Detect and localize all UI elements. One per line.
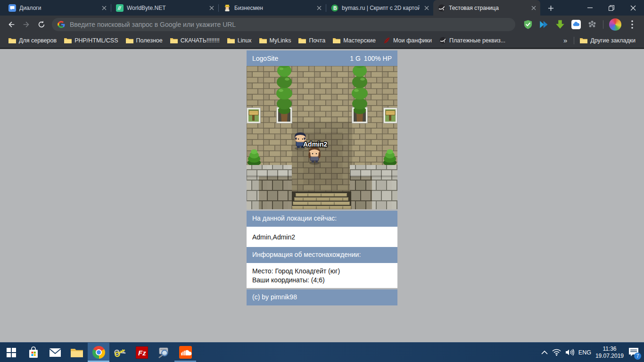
chrome-icon	[92, 346, 105, 359]
tab-dialogs[interactable]: Диалоги	[4, 0, 111, 16]
start-button[interactable]	[0, 343, 23, 362]
tab-close-icon[interactable]	[100, 4, 108, 12]
bookmarks-bar: Для серверов PHP/HTML/CSS Полезное СКАЧА…	[0, 33, 644, 48]
bookmark-folder-mylinks[interactable]: MyLinks	[256, 36, 295, 45]
browser-tab-strip: Диалоги // WorldByte.NET Бизнесмен B bym…	[0, 0, 644, 16]
bymas-favicon: B	[331, 4, 339, 12]
tray-expand-chevron-icon[interactable]	[541, 350, 548, 354]
search-utility-button[interactable]	[153, 343, 174, 362]
stone-wall-right	[350, 165, 397, 209]
restore-icon	[609, 5, 614, 11]
feather-icon	[383, 37, 390, 44]
tab-close-icon[interactable]	[315, 4, 323, 12]
notification-count-badge: 7	[634, 353, 641, 360]
bookmark-folder-download[interactable]: СКАЧАТЬ!!!!!!!!	[166, 36, 223, 45]
bookmarks-overflow-button[interactable]: »	[559, 36, 572, 44]
bookmark-folder-linux[interactable]: Linux	[223, 36, 256, 45]
shield-icon	[523, 20, 533, 29]
cloud-extension-button[interactable]	[570, 19, 582, 30]
mail-button[interactable]	[44, 343, 66, 362]
coords-line: Ваши координаты: (4;6)	[252, 276, 392, 285]
window-restore-button[interactable]	[601, 0, 622, 16]
character-sprite-favicon	[223, 4, 231, 12]
tab-title: Бизнесмен	[234, 5, 312, 11]
stone-wall-left	[247, 165, 292, 209]
flower-extension-button[interactable]	[586, 19, 598, 30]
reload-button[interactable]	[34, 17, 49, 32]
profile-avatar[interactable]	[609, 18, 621, 31]
tab-businessman[interactable]: Бизнесмен	[219, 0, 326, 16]
back-arrow-icon	[7, 20, 16, 29]
info-panel-header: Информация об местонахождении:	[247, 247, 397, 263]
tab-close-icon[interactable]	[208, 4, 215, 12]
microsoft-store-button[interactable]	[23, 343, 44, 362]
address-bar[interactable]: Введите поисковый запрос в Google или ук…	[52, 18, 515, 31]
game-logo: LogoSite	[252, 55, 278, 62]
tab-bymas[interactable]: B bymas.ru | Скрипт с 2D картой	[326, 0, 433, 16]
tab-worldbyte[interactable]: // WorldByte.NET	[111, 0, 218, 16]
wifi-icon[interactable]	[552, 349, 561, 356]
folder-icon	[8, 37, 16, 43]
tab-close-icon[interactable]	[530, 4, 537, 12]
other-bookmarks-button[interactable]: Другие закладки	[576, 36, 639, 45]
window-close-button[interactable]	[622, 0, 644, 16]
pc-magnifier-icon	[157, 347, 170, 358]
back-button[interactable]	[4, 17, 19, 32]
bookmark-folder-workshops[interactable]: Мастерские	[329, 36, 380, 45]
double-play-icon	[539, 20, 549, 29]
tab-title: Диалоги	[19, 5, 97, 11]
players-list: Admin,Admin2	[247, 227, 397, 247]
window-minimize-button[interactable]	[579, 0, 601, 16]
gold-amount: 1 G	[350, 55, 361, 62]
three-dots-icon	[631, 20, 633, 29]
copyright-footer: (c) by pimnik98	[247, 289, 397, 305]
folder-icon	[227, 37, 235, 43]
bookmark-folder-servers[interactable]: Для серверов	[5, 36, 60, 45]
store-bag-icon	[28, 346, 39, 359]
forward-button[interactable]	[19, 17, 34, 32]
signpost-right	[384, 108, 397, 123]
folder-icon	[298, 37, 306, 43]
minimize-icon	[587, 5, 593, 10]
file-explorer-button[interactable]	[66, 343, 88, 362]
taskbar-clock[interactable]: 11:36 19.07.2019	[595, 346, 624, 360]
player-name-label: Admin2	[303, 140, 328, 148]
volume-icon[interactable]	[565, 349, 574, 356]
folder-icon	[64, 37, 72, 43]
hp-amount: 100% HP	[364, 55, 392, 62]
folder-icon	[580, 37, 587, 43]
place-line: Место: Город Клоадгейт (юг)	[252, 267, 392, 276]
soundcloud-button[interactable]	[174, 343, 196, 362]
proxy-extension-button[interactable]	[538, 19, 550, 30]
bookmark-fanfics[interactable]: Мои фанфики	[380, 36, 436, 45]
tab-title: WorldByte.NET	[127, 5, 205, 11]
signpost-left	[247, 108, 261, 123]
tab-test-page-active[interactable]: Тестовая страница	[433, 0, 540, 16]
bookmark-folder-mail[interactable]: Почта	[295, 36, 329, 45]
keepass-button[interactable]	[109, 343, 131, 362]
system-tray: ENG 11:36 19.07.2019 7	[541, 346, 644, 360]
bookmark-payment-details[interactable]: Платежные реквиз...	[436, 35, 509, 45]
reload-icon	[37, 20, 46, 29]
folder-icon	[259, 37, 267, 43]
google-logo-icon	[58, 21, 65, 28]
svg-text:B: B	[333, 5, 337, 11]
game-content-column: LogoSite 1 G 100% HP	[247, 50, 397, 305]
game-map[interactable]: Admin2	[247, 66, 397, 209]
gear-flower-icon	[588, 20, 596, 29]
adguard-extension-button[interactable]	[522, 19, 534, 30]
filezilla-button[interactable]: Fz	[131, 343, 153, 362]
new-tab-button[interactable]	[544, 1, 557, 15]
close-icon	[630, 5, 636, 11]
tab-close-icon[interactable]	[423, 4, 430, 12]
action-center-button[interactable]: 7	[628, 347, 639, 358]
worldbyte-favicon: //	[116, 4, 124, 12]
chrome-taskbar-button[interactable]	[88, 343, 109, 362]
browser-toolbar: Введите поисковый запрос в Google или ук…	[0, 16, 644, 33]
browser-menu-button[interactable]	[627, 19, 638, 30]
bookmark-folder-php-html-css[interactable]: PHP/HTML/CSS	[60, 36, 122, 45]
language-indicator[interactable]: ENG	[578, 349, 591, 356]
bookmark-folder-useful[interactable]: Полезное	[122, 36, 166, 45]
folder-icon	[170, 37, 178, 43]
savefrom-extension-button[interactable]	[554, 19, 566, 30]
